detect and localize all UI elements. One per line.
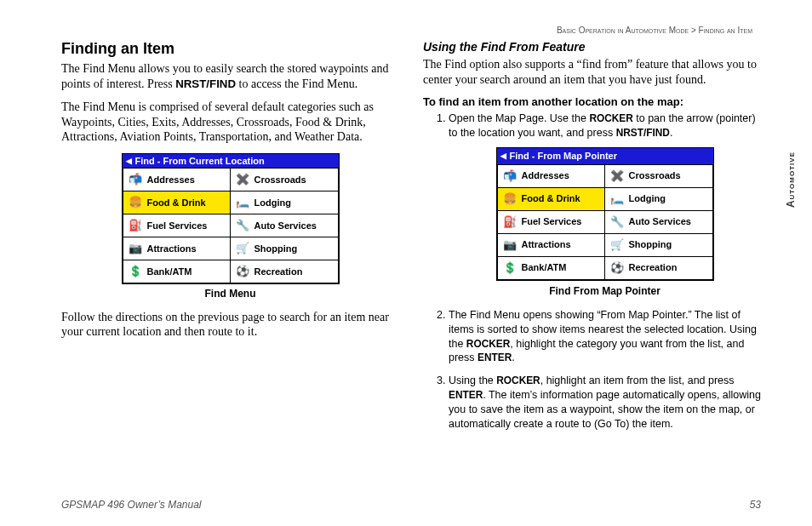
- crossroads-icon: ✖️: [609, 168, 626, 185]
- gps-item-lodging: 🛏️Lodging: [231, 192, 339, 214]
- gps-item-fuel: ⛽Fuel Services: [497, 211, 605, 234]
- gps-item-lodging: 🛏️Lodging: [605, 188, 713, 211]
- page-number: 53: [750, 499, 761, 511]
- subheading: Using the Find From Feature: [423, 40, 761, 54]
- gps-item-bank: 💲Bank/ATM: [123, 260, 231, 283]
- gps-item-shopping: 🛒Shopping: [605, 234, 713, 257]
- camera-icon: 📷: [127, 240, 144, 257]
- footer-title: GPSMAP 496 Owner’s Manual: [61, 499, 202, 511]
- fuel-icon: ⛽: [501, 214, 518, 231]
- gps-item-addresses: 📬Addresses: [497, 165, 605, 188]
- breadcrumb-b: Finding an Item: [699, 26, 752, 35]
- steps-list: Open the Map Page. Use the ROCKER to pan…: [423, 111, 761, 432]
- ball-icon: ⚽: [609, 260, 626, 277]
- gps-item-food-drink: 🍔Food & Drink: [123, 192, 231, 214]
- gps-item-attractions: 📷Attractions: [497, 234, 605, 257]
- camera-icon: 📷: [501, 237, 518, 254]
- gps-screenshot-find-menu: Find - From Current Location 📬Addresses …: [122, 153, 340, 284]
- mailbox-icon: 📬: [127, 171, 144, 188]
- breadcrumb: Basic Operation in Automotive Mode > Fin…: [61, 26, 761, 35]
- caption-map-pointer: Find From Map Pointer: [449, 284, 761, 298]
- bed-icon: 🛏️: [609, 191, 626, 208]
- ball-icon: ⚽: [234, 263, 251, 280]
- gps-item-auto: 🔧Auto Services: [605, 211, 713, 234]
- gps-screenshot-map-pointer: Find - From Map Pointer 📬Addresses ✖️Cro…: [496, 147, 714, 281]
- food-icon: 🍔: [501, 191, 518, 208]
- step-3: Using the ROCKER, highlight an item from…: [449, 374, 761, 432]
- follow-para: Follow the directions on the previous pa…: [61, 310, 399, 340]
- gps-item-shopping: 🛒Shopping: [231, 237, 339, 260]
- side-tab: Automotive: [785, 152, 797, 208]
- wrench-icon: 🔧: [609, 214, 626, 231]
- breadcrumb-a: Basic Operation in Automotive Mode: [557, 26, 689, 35]
- fuel-icon: ⛽: [127, 217, 144, 234]
- gps-item-auto: 🔧Auto Services: [231, 214, 339, 237]
- gps-item-crossroads: ✖️Crossroads: [231, 169, 339, 192]
- gps-item-bank: 💲Bank/ATM: [497, 257, 605, 280]
- crossroads-icon: ✖️: [234, 171, 251, 188]
- intro-para-2: The Find Menu is comprised of several de…: [61, 100, 399, 145]
- gps-item-addresses: 📬Addresses: [123, 169, 231, 192]
- gps-item-food-drink: 🍔Food & Drink: [497, 188, 605, 211]
- cart-icon: 🛒: [609, 237, 626, 254]
- step-1: Open the Map Page. Use the ROCKER to pan…: [449, 111, 761, 298]
- gps-item-recreation: ⚽Recreation: [231, 260, 339, 283]
- gps-item-crossroads: ✖️Crossroads: [605, 165, 713, 188]
- dollar-icon: 💲: [127, 263, 144, 280]
- mailbox-icon: 📬: [501, 168, 518, 185]
- footer: GPSMAP 496 Owner’s Manual 53: [61, 499, 761, 511]
- findfrom-para: The Find option also supports a “find fr…: [423, 57, 761, 87]
- procedure-heading: To find an item from another location on…: [423, 95, 761, 108]
- dollar-icon: 💲: [501, 260, 518, 277]
- gps-item-fuel: ⛽Fuel Services: [123, 214, 231, 237]
- left-column: Finding an Item The Find Menu allows you…: [61, 40, 399, 440]
- wrench-icon: 🔧: [234, 217, 251, 234]
- caption-find-menu: Find Menu: [61, 288, 399, 300]
- step-2: The Find Menu opens showing “From Map Po…: [449, 308, 761, 366]
- gps-title-2: Find - From Map Pointer: [497, 148, 713, 165]
- gps-item-attractions: 📷Attractions: [123, 237, 231, 260]
- gps-item-recreation: ⚽Recreation: [605, 257, 713, 280]
- food-icon: 🍔: [127, 194, 144, 211]
- right-column: Using the Find From Feature The Find opt…: [423, 40, 761, 440]
- intro-para-1: The Find Menu allows you to easily searc…: [61, 61, 399, 91]
- page-title: Finding an Item: [61, 40, 399, 58]
- gps-title: Find - From Current Location: [123, 154, 339, 169]
- cart-icon: 🛒: [234, 240, 251, 257]
- bed-icon: 🛏️: [234, 194, 251, 211]
